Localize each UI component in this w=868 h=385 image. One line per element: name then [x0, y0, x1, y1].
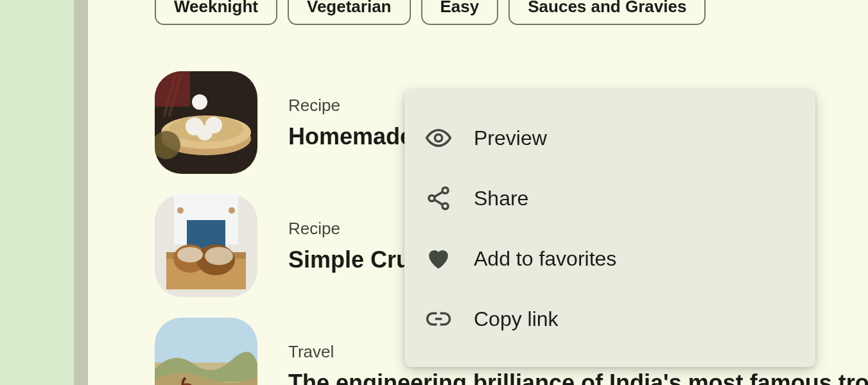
menu-item-add-to-favorites[interactable]: Add to favorites [404, 228, 815, 289]
chip-vegetarian[interactable]: Vegetarian [288, 0, 411, 25]
menu-label: Preview [474, 126, 547, 150]
filter-chips-row: Weeknight Vegetarian Easy Sauces and Gra… [88, 0, 868, 25]
chip-easy[interactable]: Easy [421, 0, 499, 25]
svg-point-31 [429, 195, 435, 201]
svg-point-6 [197, 125, 213, 141]
menu-label: Add to favorites [474, 247, 616, 271]
heart-icon [425, 245, 452, 272]
divider-rail [74, 0, 88, 385]
svg-point-21 [177, 207, 184, 214]
link-icon [425, 305, 452, 332]
menu-label: Copy link [474, 307, 559, 331]
menu-label: Share [474, 187, 528, 210]
svg-point-29 [435, 134, 442, 141]
chip-sauces-and-gravies[interactable]: Sauces and Gravies [508, 0, 706, 25]
svg-point-30 [442, 187, 448, 193]
menu-item-copy-link[interactable]: Copy link [404, 289, 815, 349]
item-title: The engineering brilliance of India's mo… [288, 370, 868, 386]
svg-point-32 [442, 203, 448, 209]
svg-point-22 [229, 207, 235, 214]
menu-item-preview[interactable]: Preview [404, 108, 815, 168]
svg-rect-10 [155, 71, 190, 107]
svg-line-33 [435, 192, 443, 197]
thumbnail-image [155, 194, 257, 297]
menu-item-share[interactable]: Share [404, 168, 815, 228]
thumbnail-image [155, 71, 257, 174]
sidebar-stub [0, 0, 74, 385]
svg-line-34 [435, 200, 443, 205]
share-icon [425, 185, 452, 212]
thumbnail-image [155, 318, 257, 385]
svg-point-7 [192, 94, 207, 110]
context-menu: Preview Share Add to favorites [404, 90, 815, 367]
main-content: Weeknight Vegetarian Easy Sauces and Gra… [88, 0, 868, 385]
svg-point-19 [177, 247, 203, 262]
chip-weeknight[interactable]: Weeknight [155, 0, 277, 25]
eye-icon [425, 124, 452, 151]
svg-point-20 [205, 247, 233, 265]
